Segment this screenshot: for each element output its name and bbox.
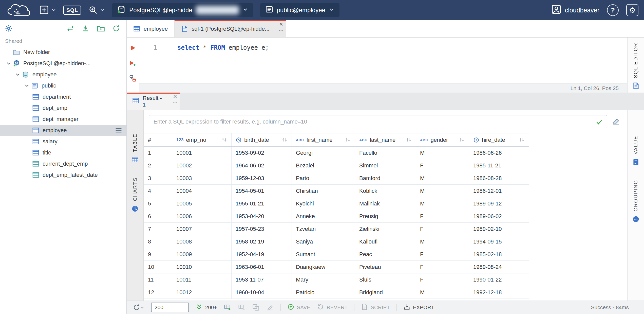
grid-cell[interactable]: 1952-04-19 (232, 248, 292, 261)
filter-input[interactable] (149, 115, 607, 128)
grid-cell[interactable]: M (416, 235, 469, 248)
tree-item-postgresql-ep-hidden[interactable]: PostgreSQL@ep-hidden-... (0, 58, 126, 69)
column-header-last_name[interactable]: ABClast_name (355, 133, 416, 147)
edit-value-button[interactable] (266, 304, 274, 311)
tree-item-new-folder[interactable]: New folder (0, 47, 126, 58)
grid-cell[interactable]: Peac (355, 248, 416, 261)
tree-item-dept_emp_latest_date[interactable]: dept_emp_latest_date (0, 169, 126, 181)
add-row-button[interactable] (224, 304, 231, 311)
grid-cell[interactable]: Bamford (355, 172, 416, 185)
row-number-cell[interactable]: 12 (144, 286, 172, 299)
grid-cell[interactable]: F (416, 223, 469, 235)
row-number-cell[interactable]: 4 (144, 185, 172, 197)
grid-cell[interactable]: 1958-02-19 (232, 235, 292, 248)
grid-cell[interactable]: Zielinski (355, 223, 416, 235)
grid-cell[interactable]: Piveteau (355, 261, 416, 273)
tree-item-dept_manager[interactable]: dept_manager (0, 114, 126, 125)
grid-cell[interactable]: M (416, 197, 469, 210)
row-number-cell[interactable]: 5 (144, 197, 172, 210)
tab-result-1[interactable]: Result - 1 × ... (127, 93, 180, 110)
grid-cell[interactable]: 1990-01-22 (469, 273, 529, 286)
delete-row-button[interactable] (238, 304, 245, 311)
tab-more-button[interactable]: ... (173, 100, 178, 103)
grid-cell[interactable]: 1964-06-02 (232, 159, 292, 172)
grid-cell[interactable]: 1957-05-23 (232, 223, 292, 235)
tree-item-salary[interactable]: salary (0, 136, 126, 147)
tab-sql-1[interactable]: sql-1 (PostgreSQL@ep-hidde... × ... (175, 20, 286, 37)
tree-item-employee[interactable]: employee (0, 69, 126, 80)
tree-item-employee[interactable]: employee (0, 125, 126, 136)
user-menu[interactable]: cloudbeaver (551, 4, 599, 16)
grid-cell[interactable]: 1985-02-18 (469, 248, 529, 261)
schema-selector[interactable]: public@employee (260, 3, 339, 17)
tab-employee[interactable]: employee (127, 20, 175, 37)
code-area[interactable]: 1 select * FROM employee e; Ln 1, Col 26… (139, 38, 627, 93)
grid-cell[interactable]: 1985-11-21 (469, 159, 529, 172)
save-button[interactable]: SAVE (287, 303, 310, 312)
sort-icon[interactable] (345, 137, 351, 142)
tab-sql-editor-panel[interactable]: SQL EDITOR (632, 43, 639, 89)
tree-item-department[interactable]: department (0, 91, 126, 102)
grid-cell[interactable]: Parto (292, 172, 355, 185)
grid-cell[interactable]: Maliniak (355, 197, 416, 210)
tree-item-public[interactable]: public (0, 80, 126, 91)
grid-cell[interactable]: 1992-12-18 (469, 286, 529, 299)
tree-item-current_dept_emp[interactable]: current_dept_emp (0, 158, 126, 169)
fetch-size-input[interactable] (151, 303, 189, 312)
apply-filter-icon[interactable] (595, 118, 603, 126)
grid-cell[interactable]: Preusig (355, 210, 416, 223)
grid-cell[interactable]: 1953-11-07 (232, 273, 292, 286)
grid-cell[interactable]: Mary (292, 273, 355, 286)
grid-cell[interactable]: 1994-09-15 (469, 235, 529, 248)
grid-cell[interactable]: Sumant (292, 248, 355, 261)
grid-cell[interactable]: 10008 (172, 235, 232, 248)
grid-cell[interactable]: 1955-01-21 (232, 197, 292, 210)
grid-cell[interactable]: 10001 (172, 147, 232, 159)
grid-cell[interactable]: M (416, 185, 469, 197)
grid-cell[interactable]: Tzvetan (292, 223, 355, 235)
sort-icon[interactable] (519, 137, 525, 142)
connection-search-button[interactable] (88, 5, 105, 15)
grid-cell[interactable]: 1986-06-26 (469, 147, 529, 159)
column-header-hire_date[interactable]: hire_date (469, 133, 529, 147)
grid-cell[interactable]: Duangkaew (292, 261, 355, 273)
grid-cell[interactable]: 1954-05-01 (232, 185, 292, 197)
chevron-down-icon[interactable] (5, 59, 13, 67)
grid-cell[interactable]: Chirstian (292, 185, 355, 197)
grid-cell[interactable]: M (416, 286, 469, 299)
tree-item-title[interactable]: title (0, 147, 126, 158)
script-button[interactable]: SCRIPT (361, 303, 390, 312)
grid-cell[interactable]: F (416, 248, 469, 261)
add-folder-icon[interactable] (97, 25, 105, 32)
grid-cell[interactable]: 1986-12-01 (469, 185, 529, 197)
new-object-button[interactable] (39, 5, 56, 16)
grid-cell[interactable]: Facello (355, 147, 416, 159)
grid-cell[interactable]: Sluis (355, 273, 416, 286)
sort-icon[interactable] (221, 137, 227, 142)
grid-cell[interactable]: Kalloufi (355, 235, 416, 248)
grid-cell[interactable]: F (416, 261, 469, 273)
grid-cell[interactable]: Bezalel (292, 159, 355, 172)
grid-cell[interactable]: 10004 (172, 185, 232, 197)
help-button[interactable]: ? (607, 4, 619, 16)
tab-value-panel[interactable]: VALUE (632, 136, 639, 166)
tab-table-view[interactable]: TABLE (131, 134, 139, 163)
grid-cell[interactable]: 1959-12-03 (232, 172, 292, 185)
row-number-cell[interactable]: 8 (144, 235, 172, 248)
column-header-gender[interactable]: ABCgender (416, 133, 469, 147)
grid-cell[interactable]: 10010 (172, 261, 232, 273)
row-number-cell[interactable]: 6 (144, 210, 172, 223)
column-header-first_name[interactable]: ABCfirst_name (292, 133, 355, 147)
row-number-cell[interactable]: 3 (144, 172, 172, 185)
item-menu-icon[interactable] (115, 128, 122, 133)
connection-selector[interactable]: PostgreSQL@ep-hidde (112, 3, 253, 17)
grid-cell[interactable]: 1953-04-20 (232, 210, 292, 223)
grid-cell[interactable]: 10012 (172, 286, 232, 299)
refresh-icon[interactable] (112, 24, 120, 32)
run-query-button[interactable] (129, 44, 137, 52)
grid-cell[interactable]: Bridgland (355, 286, 416, 299)
grid-cell[interactable]: Anneke (292, 210, 355, 223)
grid-cell[interactable]: 10002 (172, 159, 232, 172)
tree-item-dept_emp[interactable]: dept_emp (0, 102, 126, 114)
result-grid[interactable]: #123emp_nobirth_dateABCfirst_nameABClast… (144, 133, 627, 301)
